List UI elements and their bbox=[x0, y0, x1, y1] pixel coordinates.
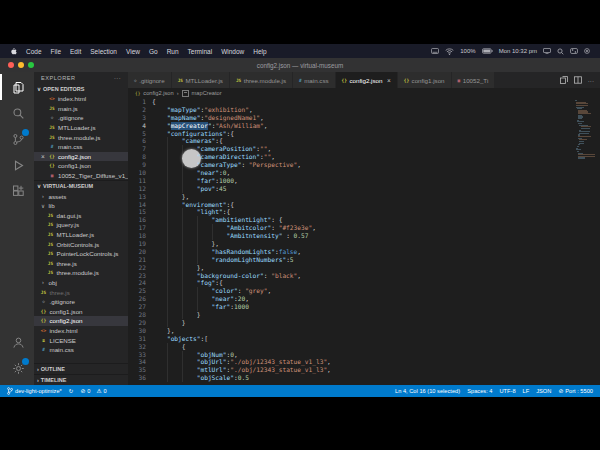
open-editor-item[interactable]: {}config1.json bbox=[34, 161, 128, 171]
open-editor-item[interactable]: ▦10052_Tiger_Diffuse_v1_L... bbox=[34, 171, 128, 181]
tree-item[interactable]: #main.css bbox=[34, 345, 128, 355]
menu-item-run[interactable]: Run bbox=[167, 48, 179, 55]
apple-menu-icon[interactable] bbox=[10, 47, 17, 55]
tree-item[interactable]: {}config1.json bbox=[34, 306, 128, 316]
code-line[interactable]: 23 "background-color": "black", bbox=[128, 272, 600, 280]
code-line[interactable]: 29 } bbox=[128, 319, 600, 327]
sync-button[interactable]: ↻ bbox=[69, 388, 74, 394]
tab-10052-ti[interactable]: ▦10052_Ti bbox=[452, 72, 496, 88]
code-line[interactable]: 19 }, bbox=[128, 240, 600, 248]
open-editor-item[interactable]: #main.css bbox=[34, 142, 128, 152]
code-editor[interactable]: 1{2 "mapType":"exhibition",3 "mapName":"… bbox=[128, 98, 600, 385]
search-activity-icon[interactable] bbox=[0, 100, 34, 126]
live-server-port[interactable]: ⊘ Port : 5500 bbox=[558, 388, 593, 394]
code-line[interactable]: 30 }, bbox=[128, 327, 600, 335]
tree-item[interactable]: JSMTLLoader.js bbox=[34, 230, 128, 240]
sidebar-more-actions-icon[interactable]: ··· bbox=[114, 75, 121, 81]
code-line[interactable]: 13 }, bbox=[128, 193, 600, 201]
split-editor-icon[interactable] bbox=[574, 76, 582, 84]
code-line[interactable]: 15 "light":{ bbox=[128, 208, 600, 216]
notification-center-icon[interactable] bbox=[584, 48, 590, 54]
code-line[interactable]: 5 "configurations":{ bbox=[128, 130, 600, 138]
more-actions-icon[interactable]: ··· bbox=[588, 77, 594, 84]
code-line[interactable]: 22 }, bbox=[128, 264, 600, 272]
tree-item[interactable]: JSdat.gui.js bbox=[34, 211, 128, 221]
control-center-icon[interactable] bbox=[570, 48, 578, 54]
account-activity-icon[interactable] bbox=[0, 329, 34, 355]
language-mode[interactable]: JSON bbox=[536, 388, 551, 394]
run-debug-activity-icon[interactable] bbox=[0, 152, 34, 178]
open-editor-item[interactable]: JSthree.module.js bbox=[34, 132, 128, 142]
tree-item[interactable]: ›obj bbox=[34, 278, 128, 288]
code-line[interactable]: 7 "cameraPosition":"", bbox=[128, 145, 600, 153]
code-line[interactable]: 33 "objNum":0, bbox=[128, 351, 600, 359]
tree-item[interactable]: JSthree.js bbox=[34, 287, 128, 297]
code-line[interactable]: 31 "objects":[ bbox=[128, 335, 600, 343]
code-line[interactable]: 20 "hasRandomLights":false, bbox=[128, 248, 600, 256]
open-editor-item[interactable]: <>index.html bbox=[34, 94, 128, 104]
open-editor-item[interactable]: ×{}config2.json bbox=[34, 152, 128, 162]
code-line[interactable]: 26 "near":20, bbox=[128, 295, 600, 303]
breadcrumb[interactable]: {} config2.json › mapCreator bbox=[128, 88, 600, 98]
code-line[interactable]: 9 "cameraType": "Perspective", bbox=[128, 161, 600, 169]
code-line[interactable]: 8 "cameraDirection":"", bbox=[128, 153, 600, 161]
code-line[interactable]: 27 "far":1000 bbox=[128, 303, 600, 311]
cursor-position[interactable]: Ln 4, Col 16 (10 selected) bbox=[395, 388, 460, 394]
code-line[interactable]: 4 "mapCreator":"Ash/William", bbox=[128, 122, 600, 130]
tab-mtlloader-js[interactable]: JSMTLLoader.js bbox=[172, 72, 230, 88]
code-line[interactable]: 36 "objScale":0.5 bbox=[128, 374, 600, 382]
tab-three-module-js[interactable]: JSthree.module.js bbox=[230, 72, 293, 88]
menu-item-window[interactable]: Window bbox=[221, 48, 244, 55]
code-line[interactable]: 14 "enviroment":{ bbox=[128, 201, 600, 209]
code-line[interactable]: 17 "Ambitcolor": "#f23e3e", bbox=[128, 224, 600, 232]
window-zoom-button[interactable] bbox=[28, 62, 34, 68]
open-editor-item[interactable]: JSMTLLoader.js bbox=[34, 123, 128, 133]
window-minimize-button[interactable] bbox=[18, 62, 24, 68]
menu-item-selection[interactable]: Selection bbox=[90, 48, 117, 55]
code-line[interactable]: 10 "near":0, bbox=[128, 169, 600, 177]
encoding-setting[interactable]: UTF-8 bbox=[499, 388, 515, 394]
code-line[interactable]: 28 } bbox=[128, 311, 600, 319]
tab-config2-json[interactable]: {}config2.json× bbox=[336, 72, 398, 88]
close-icon[interactable]: × bbox=[387, 77, 391, 84]
explorer-activity-icon[interactable] bbox=[0, 74, 34, 100]
tree-item[interactable]: ∨lib bbox=[34, 201, 128, 211]
indentation-setting[interactable]: Spaces: 4 bbox=[467, 388, 492, 394]
code-line[interactable]: 25 "color": "grey", bbox=[128, 287, 600, 295]
settings-activity-icon[interactable] bbox=[0, 355, 34, 381]
code-line[interactable]: 35 "mtlUrl":"./obj/12343_statue_v1_l3", bbox=[128, 366, 600, 374]
code-line[interactable]: 2 "mapType":"exhibition", bbox=[128, 106, 600, 114]
branch-indicator[interactable]: dev-light-optimize* bbox=[7, 387, 62, 395]
tab--gitignore[interactable]: ◇.gitignore bbox=[128, 72, 172, 88]
extensions-activity-icon[interactable] bbox=[0, 178, 34, 204]
menu-bar-clock[interactable]: Mon 10:32 pm bbox=[499, 48, 537, 54]
tree-item[interactable]: JSjquery.js bbox=[34, 220, 128, 230]
tree-item[interactable]: ›assets bbox=[34, 191, 128, 201]
open-changes-icon[interactable] bbox=[560, 76, 568, 84]
tree-item[interactable]: ◇.gitignore bbox=[34, 297, 128, 307]
tree-item[interactable]: JSthree.module.js bbox=[34, 268, 128, 278]
menu-item-go[interactable]: Go bbox=[149, 48, 158, 55]
timeline-section-header[interactable]: › TIMELINE bbox=[34, 374, 128, 385]
wifi-icon[interactable] bbox=[445, 48, 454, 55]
open-editors-section-header[interactable]: ∨ OPEN EDITORS bbox=[34, 84, 128, 94]
screen-mirroring-icon[interactable] bbox=[543, 48, 551, 54]
tree-item[interactable]: JSOrbitControls.js bbox=[34, 239, 128, 249]
code-line[interactable]: 34 "objUrl":"./obj/12343_statue_v1_l3", bbox=[128, 358, 600, 366]
tab-config1-json[interactable]: {}config1.json bbox=[398, 72, 452, 88]
open-editor-item[interactable]: JSmain.js bbox=[34, 104, 128, 114]
open-editor-item[interactable]: ◇.gitignore bbox=[34, 113, 128, 123]
battery-icon[interactable] bbox=[482, 48, 493, 54]
source-control-activity-icon[interactable] bbox=[0, 126, 34, 152]
problems-indicator[interactable]: ⊘ 0 ⚠ 0 bbox=[81, 388, 107, 394]
code-line[interactable]: 3 "mapName":"designedName1", bbox=[128, 114, 600, 122]
code-line[interactable]: 1{ bbox=[128, 98, 600, 106]
menu-item-code[interactable]: Code bbox=[26, 48, 42, 55]
menu-item-file[interactable]: File bbox=[51, 48, 61, 55]
menu-item-help[interactable]: Help bbox=[253, 48, 266, 55]
tree-item[interactable]: <>index.html bbox=[34, 326, 128, 336]
code-line[interactable]: 12 "pov":45 bbox=[128, 185, 600, 193]
code-line[interactable]: 18 "Ambitntensity" : 0.57 bbox=[128, 232, 600, 240]
outline-section-header[interactable]: › OUTLINE bbox=[34, 363, 128, 374]
tab-main-css[interactable]: #main.css bbox=[293, 72, 336, 88]
